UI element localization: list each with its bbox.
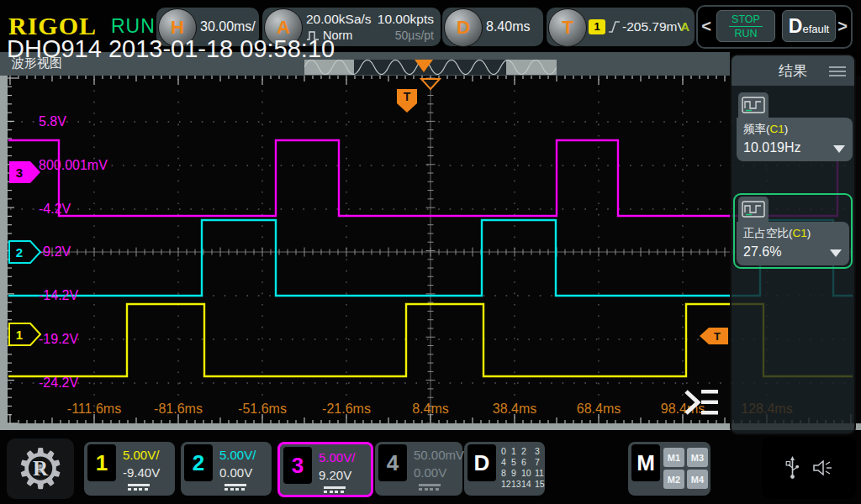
results-title: 结果: [779, 61, 807, 81]
timebase-overview-bar[interactable]: [304, 60, 557, 75]
quick-controls: < STOP RUN Default >: [696, 5, 853, 49]
digital-bit[interactable]: 3: [535, 446, 548, 456]
meas-source: C1: [793, 227, 807, 239]
digital-bit[interactable]: 14: [521, 479, 535, 489]
model-datetime-watermark: DHO914 2013-01-18 09:58:10: [7, 35, 335, 63]
digital-bit[interactable]: 9: [511, 468, 521, 478]
trigger-flag-a: A: [680, 8, 689, 46]
run-label: RUN: [734, 28, 757, 39]
digital-bit[interactable]: 13: [511, 479, 521, 489]
channel-1-marker[interactable]: 1: [8, 323, 42, 346]
memory-depth: 10.00kpts: [378, 12, 434, 27]
channel-3-offset: 9.20V: [319, 468, 351, 482]
bottom-bar: ⚙ R 1 5.00V/ -9.40V 2 5.00V/ 0.00V 3 5.0…: [0, 430, 861, 504]
dc-coupling-icon: [324, 486, 346, 493]
svg-text:1: 1: [16, 328, 23, 342]
math-button-grid: M1M3M2M4: [663, 448, 708, 489]
digital-channels-card[interactable]: D 0123456789101112131415: [464, 442, 545, 496]
time-per-point: 50µs/pt: [395, 29, 434, 42]
digital-bit[interactable]: 15: [535, 479, 548, 489]
channel-4-offset: 0.00V: [414, 465, 446, 480]
stop-label: STOP: [729, 13, 763, 27]
digital-bit[interactable]: 5: [511, 457, 521, 467]
channel-4-scale: 50.00mV/: [414, 448, 467, 462]
channel-4-card[interactable]: 4 50.00mV/ 0.00V: [375, 442, 462, 496]
channel-2-scale: 5.00V/: [219, 448, 256, 462]
svg-text:3: 3: [16, 165, 23, 180]
trigger-widget[interactable]: T 1 -205.79mV A: [547, 8, 695, 46]
math-button[interactable]: M4: [687, 470, 708, 489]
stop-run-button[interactable]: STOP RUN: [716, 10, 775, 42]
trigger-center-marker: [420, 77, 441, 91]
usb-icon: [785, 456, 800, 480]
nav-prev-arrow[interactable]: <: [700, 17, 713, 36]
math-label: M: [631, 444, 660, 481]
trigger-level-marker[interactable]: T: [699, 327, 729, 345]
trigger-position-flag[interactable]: T: [396, 88, 418, 113]
math-button[interactable]: M2: [663, 470, 684, 489]
digital-bit[interactable]: 12: [501, 479, 511, 489]
measurement-duty-selected[interactable]: 正占空比(C1) 27.6%: [733, 193, 853, 269]
channel-3-number: 3: [283, 447, 312, 484]
results-menu-icon[interactable]: [829, 66, 846, 79]
svg-text:2: 2: [16, 245, 23, 260]
math-button[interactable]: M1: [663, 448, 684, 467]
default-button[interactable]: Default: [782, 10, 836, 42]
chevron-down-icon[interactable]: [833, 145, 845, 153]
frequency-meas-icon: [738, 92, 769, 118]
digital-label: D: [467, 444, 496, 481]
timebase-trigger-marker: [415, 60, 433, 72]
svg-text:T: T: [714, 330, 721, 343]
digital-bit[interactable]: 1: [511, 446, 521, 456]
delay-icon: D: [444, 8, 483, 47]
channel-2-marker[interactable]: 2: [8, 240, 42, 264]
rigol-gear-button[interactable]: ⚙ R: [7, 438, 74, 499]
digital-bit[interactable]: 11: [535, 468, 548, 478]
trigger-level: -205.79mV: [622, 8, 686, 46]
channel-3-scale: 5.00V/: [319, 450, 355, 465]
run-status: RUN: [111, 15, 156, 38]
nav-next-arrow[interactable]: >: [836, 17, 849, 36]
results-panel-header: 结果: [732, 55, 854, 86]
results-panel: 结果 频率(C1) 10.019Hz: [730, 54, 856, 435]
sample-rate: 20.00kSa/s: [306, 12, 372, 27]
digital-bit-grid: 0123456789101112131415: [501, 446, 548, 489]
channel-2-offset: 0.00V: [219, 465, 252, 480]
digital-bit[interactable]: 8: [501, 468, 511, 478]
oscilloscope-screen: RIGOL RUN H 30.00ms/ A 20.00kSa/s Norm 1…: [0, 0, 861, 504]
digital-bit[interactable]: 0: [501, 446, 511, 456]
measurement-frequency[interactable]: 频率(C1) 10.019Hz: [737, 92, 854, 161]
channel-3-marker[interactable]: 3: [8, 160, 42, 184]
meas-value: 10.019Hz: [743, 140, 846, 155]
status-icons-card[interactable]: [762, 437, 856, 499]
digital-bit[interactable]: 4: [501, 457, 511, 467]
trigger-source-badge: 1: [589, 19, 605, 34]
channel-2-number: 2: [184, 444, 213, 481]
dc-coupling-icon: [128, 484, 150, 491]
meas-source: C1: [770, 123, 784, 135]
channel-1-number: 1: [87, 444, 116, 481]
digital-bit[interactable]: 10: [521, 468, 535, 478]
chevron-down-icon[interactable]: [830, 249, 842, 257]
channel-1-scale: 5.00V/: [123, 448, 159, 462]
math-button[interactable]: M3: [687, 448, 708, 467]
svg-text:T: T: [404, 90, 411, 103]
expand-menu-icon[interactable]: [681, 385, 720, 420]
digital-bit[interactable]: 7: [535, 457, 548, 467]
channel-4-number: 4: [378, 444, 407, 481]
channel-1-card[interactable]: 1 5.00V/ -9.40V: [84, 442, 175, 496]
rising-edge-icon: [608, 18, 621, 35]
channel-2-card[interactable]: 2 5.00V/ 0.00V: [181, 442, 272, 496]
meas-name: 频率: [743, 123, 766, 135]
delay-widget[interactable]: D 8.40ms: [442, 8, 543, 46]
dc-coupling-icon: [224, 484, 246, 491]
delay-value: 8.40ms: [486, 8, 530, 46]
digital-bit[interactable]: 6: [521, 457, 535, 467]
channel-3-card-selected[interactable]: 3 5.00V/ 9.20V: [277, 442, 373, 497]
math-card[interactable]: M M1M3M2M4: [628, 442, 710, 496]
digital-bit[interactable]: 2: [521, 446, 535, 456]
channel-1-offset: -9.40V: [123, 465, 160, 480]
meas-value: 27.6%: [743, 244, 843, 260]
trigger-icon: T: [548, 8, 587, 47]
speaker-icon: [813, 459, 833, 477]
